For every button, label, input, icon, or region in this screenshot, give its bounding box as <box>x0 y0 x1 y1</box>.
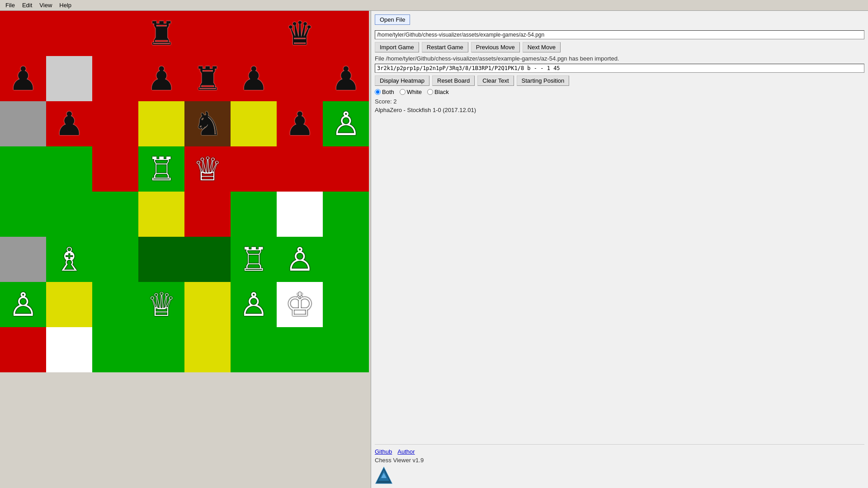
board-cell-16[interactable] <box>0 101 46 146</box>
board-cell-62[interactable] <box>277 327 323 372</box>
board-cell-14[interactable] <box>277 56 323 101</box>
board-cell-60[interactable] <box>184 327 231 372</box>
board-cell-26[interactable] <box>92 146 138 192</box>
chess-piece: ♖ <box>239 243 269 276</box>
board-cell-0[interactable] <box>0 11 46 56</box>
board-cell-35[interactable] <box>138 192 184 237</box>
board-cell-4[interactable] <box>184 11 231 56</box>
main-content: ♜♛♟♟♜♟♟♟♞♟♙♖♕♗♖♙♙♕♙♔ Open File /home/tyl… <box>0 11 868 488</box>
board-cell-18[interactable] <box>92 101 138 146</box>
board-cell-31[interactable] <box>323 146 369 192</box>
menu-file[interactable]: File <box>2 1 19 9</box>
board-cell-20[interactable]: ♞ <box>184 101 231 146</box>
radio-black-label[interactable]: Black <box>427 89 449 95</box>
chess-piece: ♙ <box>285 243 315 276</box>
display-heatmap-button[interactable]: Display Heatmap <box>375 75 429 86</box>
chess-piece: ♙ <box>9 288 38 321</box>
clear-text-button[interactable]: Clear Text <box>477 75 514 86</box>
board-cell-10[interactable] <box>92 56 138 101</box>
board-cell-8[interactable]: ♟ <box>0 56 46 101</box>
board-cell-50[interactable] <box>92 282 138 327</box>
chess-piece: ♙ <box>239 288 269 321</box>
board-cell-59[interactable] <box>138 327 184 372</box>
board-cell-51[interactable]: ♕ <box>138 282 184 327</box>
board-cell-46[interactable]: ♙ <box>277 237 323 282</box>
board-cell-22[interactable]: ♟ <box>277 101 323 146</box>
previous-move-button[interactable]: Previous Move <box>471 42 520 52</box>
board-cell-23[interactable]: ♙ <box>323 101 369 146</box>
board-cell-34[interactable] <box>92 192 138 237</box>
logo-container <box>375 466 864 484</box>
fen-input[interactable] <box>375 64 864 73</box>
board-cell-19[interactable] <box>138 101 184 146</box>
radio-black[interactable] <box>427 89 433 95</box>
board-cell-2[interactable] <box>92 11 138 56</box>
radio-both-label[interactable]: Both <box>375 89 394 95</box>
board-cell-12[interactable]: ♜ <box>184 56 231 101</box>
board-cell-21[interactable] <box>231 101 277 146</box>
radio-both[interactable] <box>375 89 381 95</box>
board-cell-39[interactable] <box>323 192 369 237</box>
board-cell-30[interactable] <box>277 146 323 192</box>
board-cell-48[interactable]: ♙ <box>0 282 46 327</box>
import-game-button[interactable]: Import Game <box>375 42 419 52</box>
board-cell-9[interactable] <box>46 56 92 101</box>
board-cell-25[interactable] <box>46 146 92 192</box>
board-cell-1[interactable] <box>46 11 92 56</box>
board-cell-57[interactable] <box>46 327 92 372</box>
board-cell-58[interactable] <box>92 327 138 372</box>
board-cell-38[interactable] <box>277 192 323 237</box>
board-cell-55[interactable] <box>323 282 369 327</box>
board-cell-11[interactable]: ♟ <box>138 56 184 101</box>
board-cell-45[interactable]: ♖ <box>231 237 277 282</box>
author-link[interactable]: Author <box>397 448 415 455</box>
github-link[interactable]: Github <box>375 448 392 455</box>
radio-white[interactable] <box>400 89 406 95</box>
board-cell-3[interactable]: ♜ <box>138 11 184 56</box>
board-cell-7[interactable] <box>323 11 369 56</box>
chess-piece: ♖ <box>147 153 176 185</box>
menu-help[interactable]: Help <box>56 1 75 9</box>
chess-piece: ♟ <box>285 108 315 140</box>
board-cell-24[interactable] <box>0 146 46 192</box>
board-cell-27[interactable]: ♖ <box>138 146 184 192</box>
board-cell-42[interactable] <box>92 237 138 282</box>
board-cell-54[interactable]: ♔ <box>277 282 323 327</box>
board-cell-49[interactable] <box>46 282 92 327</box>
board-cell-29[interactable] <box>231 146 277 192</box>
board-cell-5[interactable] <box>231 11 277 56</box>
import-message: File /home/tyler/Github/chess-visualizer… <box>375 55 864 62</box>
board-cell-43[interactable] <box>138 237 184 282</box>
board-cell-61[interactable] <box>231 327 277 372</box>
open-file-button[interactable]: Open File <box>375 14 410 25</box>
board-cell-33[interactable] <box>46 192 92 237</box>
board-cell-13[interactable]: ♟ <box>231 56 277 101</box>
board-cell-56[interactable] <box>0 327 46 372</box>
reset-board-button[interactable]: Reset Board <box>432 75 475 86</box>
starting-position-button[interactable]: Starting Position <box>517 75 570 86</box>
chess-piece: ♕ <box>193 153 222 185</box>
menu-edit[interactable]: Edit <box>19 1 36 9</box>
board-cell-41[interactable]: ♗ <box>46 237 92 282</box>
chess-board-container: ♜♛♟♟♜♟♟♟♞♟♙♖♕♗♖♙♙♕♙♔ <box>0 11 371 488</box>
board-cell-6[interactable]: ♛ <box>277 11 323 56</box>
board-cell-53[interactable]: ♙ <box>231 282 277 327</box>
chess-piece: ♔ <box>285 288 315 321</box>
right-panel: Open File /home/tyler/Github/chess-visua… <box>371 11 868 488</box>
board-cell-52[interactable] <box>184 282 231 327</box>
board-cell-36[interactable] <box>184 192 231 237</box>
board-cell-47[interactable] <box>323 237 369 282</box>
board-cell-63[interactable] <box>323 327 369 372</box>
board-cell-44[interactable] <box>184 237 231 282</box>
radio-white-label[interactable]: White <box>400 89 422 95</box>
board-cell-32[interactable] <box>0 192 46 237</box>
restart-game-button[interactable]: Restart Game <box>422 42 468 52</box>
board-cell-15[interactable]: ♟ <box>323 56 369 101</box>
board-cell-37[interactable] <box>231 192 277 237</box>
board-cell-28[interactable]: ♕ <box>184 146 231 192</box>
menu-view[interactable]: View <box>36 1 56 9</box>
board-cell-17[interactable]: ♟ <box>46 101 92 146</box>
next-move-button[interactable]: Next Move <box>523 42 561 52</box>
chess-piece: ♕ <box>147 288 176 321</box>
board-cell-40[interactable] <box>0 237 46 282</box>
